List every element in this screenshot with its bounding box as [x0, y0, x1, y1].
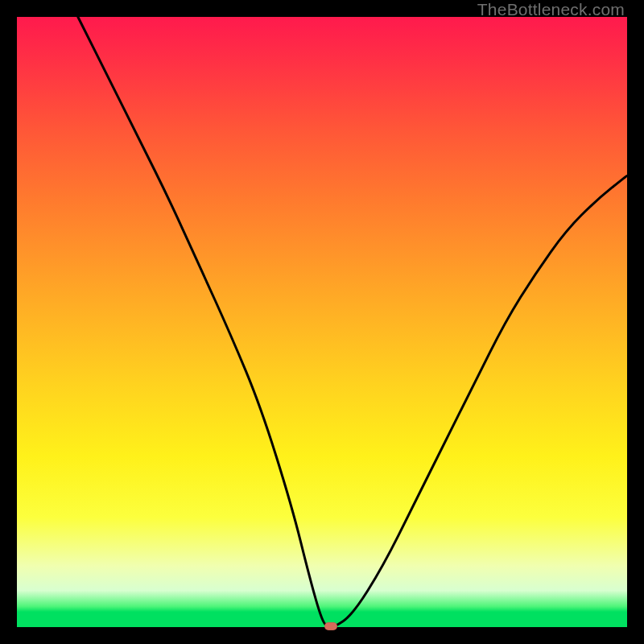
curve-path	[78, 17, 627, 627]
chart-frame: TheBottleneck.com	[0, 0, 644, 644]
bottleneck-curve	[17, 17, 627, 627]
plot-area	[17, 17, 627, 627]
optimum-marker	[324, 622, 337, 630]
